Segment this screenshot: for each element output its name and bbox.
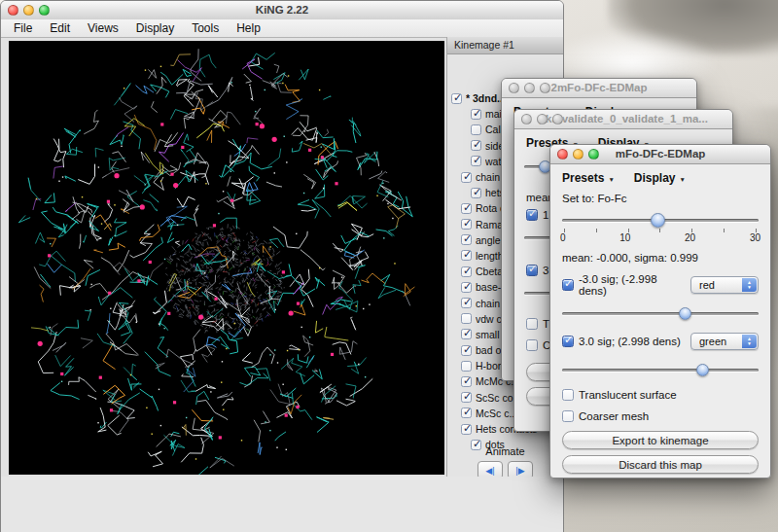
edmap-mfo-menus: Presets ▼ Display ▼ bbox=[550, 164, 770, 187]
item-checkbox[interactable] bbox=[461, 203, 472, 214]
minimize-icon[interactable] bbox=[524, 83, 535, 93]
mean-sigma-label: mean: -0.000, sigma: 0.999 bbox=[562, 252, 759, 264]
translucent-label: T bbox=[543, 318, 549, 330]
translucent-checkbox[interactable] bbox=[526, 318, 538, 330]
minimize-icon[interactable] bbox=[573, 149, 584, 160]
pos-sigma-label: 3.0 sig; (2.998 dens) bbox=[579, 336, 681, 347]
edmap-mfo-title-bar[interactable]: mFo-DFc-EDMap bbox=[550, 145, 770, 164]
sigma-low-checkbox[interactable] bbox=[526, 209, 538, 221]
item-checkbox[interactable] bbox=[471, 109, 481, 120]
slider-thumb[interactable] bbox=[679, 307, 691, 320]
chevron-down-icon: ▼ bbox=[608, 176, 614, 183]
contour-level-slider[interactable] bbox=[562, 213, 759, 228]
item-checkbox[interactable] bbox=[451, 93, 462, 104]
window-controls bbox=[8, 5, 50, 16]
desktop-background: KiNG 2.22 FileEditViewsDisplayToolsHelp … bbox=[0, 0, 778, 532]
item-checkbox[interactable] bbox=[461, 298, 472, 308]
window-controls bbox=[521, 114, 563, 124]
close-icon[interactable] bbox=[521, 114, 532, 124]
pos-sigma-checkbox[interactable] bbox=[562, 336, 574, 347]
coarser-checkbox[interactable] bbox=[526, 339, 538, 351]
item-checkbox[interactable] bbox=[461, 392, 472, 403]
menu-display[interactable]: Display bbox=[127, 20, 183, 36]
item-checkbox[interactable] bbox=[461, 361, 472, 372]
neg-sigma-slider[interactable] bbox=[562, 306, 759, 321]
item-checkbox[interactable] bbox=[471, 140, 481, 151]
edmap-2mfo-title-bar[interactable]: 2mFo-DFc-EDMap bbox=[502, 79, 696, 98]
coarser-checkbox[interactable] bbox=[562, 410, 574, 422]
chevron-down-icon: ▼ bbox=[680, 176, 686, 183]
menu-tools[interactable]: Tools bbox=[183, 20, 228, 36]
item-checkbox[interactable] bbox=[461, 250, 472, 261]
molecule-viewport-frame bbox=[9, 41, 444, 475]
presets-menu[interactable]: Presets ▼ bbox=[562, 171, 615, 185]
zoom-window-icon[interactable] bbox=[552, 114, 563, 124]
slider-thumb[interactable] bbox=[696, 364, 709, 376]
neg-sigma-row: -3.0 sig; (-2.998 dens) red ▲▼ bbox=[562, 273, 759, 297]
slider-track bbox=[562, 312, 759, 315]
neg-color-dropdown[interactable]: red ▲▼ bbox=[690, 276, 759, 294]
animate-label: Animate bbox=[447, 445, 563, 457]
set-to-label: Set to: Fo-Fc bbox=[562, 193, 759, 204]
menu-views[interactable]: Views bbox=[79, 20, 127, 36]
item-checkbox[interactable] bbox=[471, 156, 481, 166]
edmap-mfo-window: mFo-DFc-EDMap Presets ▼ Display ▼ Set to… bbox=[549, 144, 771, 479]
neg-sigma-checkbox[interactable] bbox=[562, 279, 574, 291]
window-controls bbox=[509, 83, 550, 93]
minimize-icon[interactable] bbox=[23, 5, 34, 16]
item-checkbox[interactable] bbox=[461, 329, 472, 339]
zoom-window-icon[interactable] bbox=[588, 149, 599, 160]
sigma-high-label: 3 bbox=[543, 265, 548, 276]
item-checkbox[interactable] bbox=[461, 376, 472, 387]
main-title-bar[interactable]: KiNG 2.22 bbox=[1, 1, 563, 20]
item-checkbox[interactable] bbox=[471, 124, 481, 135]
menu-edit[interactable]: Edit bbox=[41, 20, 79, 36]
popup-stepper-icon: ▲▼ bbox=[742, 278, 757, 292]
kinemage-panel-title[interactable]: Kinemage #1 bbox=[447, 37, 563, 54]
slider-thumb[interactable] bbox=[651, 213, 665, 228]
item-checkbox[interactable] bbox=[461, 234, 472, 245]
molecule-canvas[interactable] bbox=[9, 41, 444, 475]
item-checkbox[interactable] bbox=[461, 172, 472, 183]
item-checkbox[interactable] bbox=[461, 345, 472, 356]
item-label: * 3dnd... bbox=[466, 92, 506, 104]
pos-sigma-slider[interactable] bbox=[562, 363, 759, 377]
close-icon[interactable] bbox=[509, 83, 519, 93]
popup-stepper-icon: ▲▼ bbox=[742, 335, 757, 348]
item-checkbox[interactable] bbox=[461, 408, 472, 418]
item-checkbox[interactable] bbox=[471, 188, 481, 198]
window-controls bbox=[557, 149, 599, 160]
minimize-icon[interactable] bbox=[537, 114, 548, 124]
item-checkbox[interactable] bbox=[461, 266, 472, 277]
translucent-label: Translucent surface bbox=[579, 389, 677, 401]
pka-validate-title-bar[interactable]: pka-validate_0_validate_1_ma... bbox=[514, 110, 732, 129]
translucent-checkbox[interactable] bbox=[562, 389, 574, 401]
item-checkbox[interactable] bbox=[461, 282, 472, 293]
slider-tick-labels: 0 10 20 30 bbox=[560, 232, 760, 243]
item-checkbox[interactable] bbox=[461, 219, 472, 230]
display-menu[interactable]: Display ▼ bbox=[634, 171, 686, 185]
step-back-icon: ◀| bbox=[485, 466, 494, 476]
close-icon[interactable] bbox=[557, 149, 568, 160]
discard-map-button[interactable]: Discard this map bbox=[562, 455, 759, 474]
zoom-window-icon[interactable] bbox=[540, 83, 550, 93]
coarser-label: Coarser mesh bbox=[579, 410, 649, 422]
window-title: KiNG 2.22 bbox=[256, 4, 308, 16]
window-title: pka-validate_0_validate_1_ma... bbox=[539, 113, 708, 124]
zoom-window-icon[interactable] bbox=[39, 5, 50, 16]
neg-sigma-label: -3.0 sig; (-2.998 dens) bbox=[579, 273, 686, 297]
export-to-kinemage-button[interactable]: Export to kinemage bbox=[562, 431, 759, 449]
step-forward-icon: |▶ bbox=[515, 466, 524, 476]
menu-file[interactable]: File bbox=[5, 20, 41, 36]
pos-color-dropdown[interactable]: green ▲▼ bbox=[690, 333, 759, 350]
sigma-high-checkbox[interactable] bbox=[526, 265, 538, 276]
king-main-window: KiNG 2.22 FileEditViewsDisplayToolsHelp … bbox=[0, 0, 564, 532]
pos-sigma-row: 3.0 sig; (2.998 dens) green ▲▼ bbox=[562, 333, 759, 350]
translucent-row: Translucent surface bbox=[562, 389, 759, 401]
item-checkbox[interactable] bbox=[461, 424, 472, 435]
close-icon[interactable] bbox=[8, 5, 18, 16]
animate-section: Animate ◀| |▶ bbox=[447, 445, 563, 479]
menu-help[interactable]: Help bbox=[228, 20, 269, 36]
item-checkbox[interactable] bbox=[461, 313, 472, 324]
slider-track bbox=[562, 369, 759, 372]
